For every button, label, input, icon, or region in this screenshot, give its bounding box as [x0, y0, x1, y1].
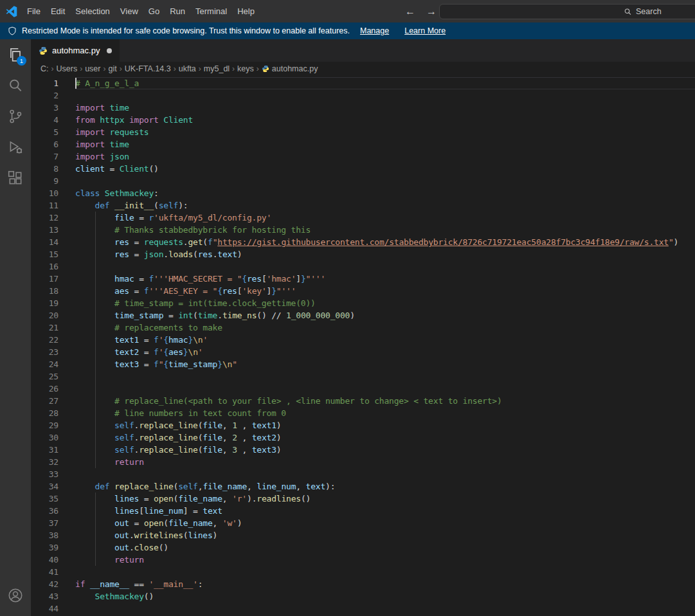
code-line[interactable]: 18 aes = f'''AES_KEY = "{res['key']}"'''	[31, 285, 695, 297]
line-number[interactable]: 1	[31, 77, 59, 89]
code-line[interactable]: 6import time	[31, 138, 695, 150]
code-line[interactable]: 22 text1 = f'{hmac}\n'	[31, 334, 695, 346]
line-number[interactable]: 15	[31, 248, 59, 260]
line-number[interactable]: 32	[31, 456, 59, 468]
line-number[interactable]: 21	[31, 322, 59, 334]
code-line[interactable]: 8client = Client()	[31, 163, 695, 175]
line-number[interactable]: 12	[31, 212, 59, 224]
line-number[interactable]: 23	[31, 346, 59, 358]
search-activity-icon[interactable]	[0, 70, 31, 101]
line-number[interactable]: 33	[31, 468, 59, 480]
code-line[interactable]: 21 # replacements to make	[31, 322, 695, 334]
line-number[interactable]: 29	[31, 419, 59, 431]
line-number[interactable]: 16	[31, 260, 59, 273]
line-number[interactable]: 36	[31, 505, 59, 517]
code-line[interactable]: 26	[31, 383, 695, 395]
menu-terminal[interactable]: Terminal	[190, 0, 232, 23]
menu-run[interactable]: Run	[165, 0, 190, 23]
breadcrumb-item[interactable]: user	[85, 64, 100, 73]
code-line[interactable]: 39 out.close()	[31, 541, 695, 554]
line-number[interactable]: 28	[31, 407, 59, 419]
modified-dot-icon[interactable]	[107, 48, 112, 53]
line-number[interactable]: 22	[31, 334, 59, 346]
line-number[interactable]: 31	[31, 444, 59, 456]
breadcrumb-item[interactable]: UK-FTA.14.3	[125, 64, 171, 73]
extensions-icon[interactable]	[0, 163, 31, 194]
line-number[interactable]: 20	[31, 309, 59, 322]
code-line[interactable]: 41	[31, 566, 695, 578]
menu-selection[interactable]: Selection	[70, 0, 114, 23]
code-line[interactable]: 15 res = json.loads(res.text)	[31, 248, 695, 260]
breadcrumb-item[interactable]: C:	[41, 64, 49, 73]
line-number[interactable]: 18	[31, 285, 59, 297]
code-line[interactable]: 25	[31, 370, 695, 383]
line-number[interactable]: 35	[31, 493, 59, 505]
code-line[interactable]: 11 def __init__(self):	[31, 199, 695, 212]
line-number[interactable]: 44	[31, 602, 59, 615]
line-number[interactable]: 10	[31, 187, 59, 199]
code-line[interactable]: 42if __name__ == '__main__':	[31, 578, 695, 590]
breadcrumb-item[interactable]: Users	[57, 64, 78, 73]
line-number[interactable]: 30	[31, 431, 59, 444]
line-number[interactable]: 27	[31, 395, 59, 407]
menu-go[interactable]: Go	[143, 0, 165, 23]
code-line[interactable]: 3import time	[31, 102, 695, 114]
code-line[interactable]: 38 out.writelines(lines)	[31, 529, 695, 541]
breadcrumb-item[interactable]: ukfta	[179, 64, 196, 73]
menu-help[interactable]: Help	[232, 0, 260, 23]
line-number[interactable]: 6	[31, 138, 59, 150]
code-line[interactable]: 32 return	[31, 456, 695, 468]
code-line[interactable]: 2	[31, 89, 695, 102]
code-line[interactable]: 34 def replace_line(self,file_name, line…	[31, 480, 695, 493]
line-number[interactable]: 39	[31, 541, 59, 554]
source-control-icon[interactable]	[0, 101, 31, 132]
explorer-icon[interactable]: 1	[0, 39, 31, 70]
code-line[interactable]: 7import json	[31, 150, 695, 163]
code-line[interactable]: 16	[31, 260, 695, 273]
line-number[interactable]: 11	[31, 199, 59, 212]
line-number[interactable]: 7	[31, 150, 59, 163]
code-line[interactable]: 37 out = open(file_name, 'w')	[31, 517, 695, 529]
code-line[interactable]: 31 self.replace_line(file, 3 , text3)	[31, 444, 695, 456]
command-center-searchbox[interactable]: Search	[439, 4, 695, 19]
code-line[interactable]: 19 # time_stamp = int(time.clock_gettime…	[31, 297, 695, 309]
code-line[interactable]: 27 # replace_line(<path to your file> , …	[31, 395, 695, 407]
tab-autohmac-py[interactable]: autohmac.py	[31, 39, 120, 62]
menu-file[interactable]: File	[22, 0, 46, 23]
code-line[interactable]: 5import requests	[31, 126, 695, 138]
line-number[interactable]: 17	[31, 273, 59, 285]
code-line[interactable]: 17 hmac = f'''HMAC_SECRET = "{res['hmac'…	[31, 273, 695, 285]
line-number[interactable]: 14	[31, 236, 59, 248]
nav-forward-icon[interactable]: →	[426, 6, 437, 17]
code-line[interactable]: 40 return	[31, 554, 695, 566]
code-line[interactable]: 36 lines[line_num] = text	[31, 505, 695, 517]
code-line[interactable]: 23 text2 = f'{aes}\n'	[31, 346, 695, 358]
code-line[interactable]: 43 Sethmackey()	[31, 590, 695, 602]
line-number[interactable]: 34	[31, 480, 59, 493]
menu-edit[interactable]: Edit	[46, 0, 70, 23]
breadcrumb-item[interactable]: keys	[237, 64, 254, 73]
line-number[interactable]: 13	[31, 224, 59, 236]
line-number[interactable]: 26	[31, 383, 59, 395]
banner-manage-link[interactable]: Manage	[360, 26, 389, 35]
line-number[interactable]: 41	[31, 566, 59, 578]
line-number[interactable]: 5	[31, 126, 59, 138]
account-icon[interactable]	[0, 580, 31, 611]
line-number[interactable]: 43	[31, 590, 59, 602]
breadcrumb-item[interactable]: autohmac.py	[272, 64, 318, 73]
code-line[interactable]: 10class Sethmackey:	[31, 187, 695, 199]
line-number[interactable]: 38	[31, 529, 59, 541]
code-line[interactable]: 20 time_stamp = int(time.time_ns() // 1_…	[31, 309, 695, 322]
code-line[interactable]: 12 file = r'ukfta/my5_dl/config.py'	[31, 212, 695, 224]
code-line[interactable]: 28 # line numbers in text count from 0	[31, 407, 695, 419]
line-number[interactable]: 42	[31, 578, 59, 590]
breadcrumb-item[interactable]: my5_dl	[204, 64, 230, 73]
line-number[interactable]: 2	[31, 89, 59, 102]
code-line[interactable]: 9	[31, 175, 695, 187]
code-line[interactable]: 4from httpx import Client	[31, 114, 695, 126]
nav-back-icon[interactable]: ←	[405, 6, 415, 17]
code-line[interactable]: 44	[31, 602, 695, 615]
code-line[interactable]: 14 res = requests.get(f"https://gist.git…	[31, 236, 695, 248]
code-line[interactable]: 1# A_n_g_e_l_a	[31, 77, 695, 89]
code-line[interactable]: 24 text3 = f"{time_stamp}\n"	[31, 358, 695, 370]
